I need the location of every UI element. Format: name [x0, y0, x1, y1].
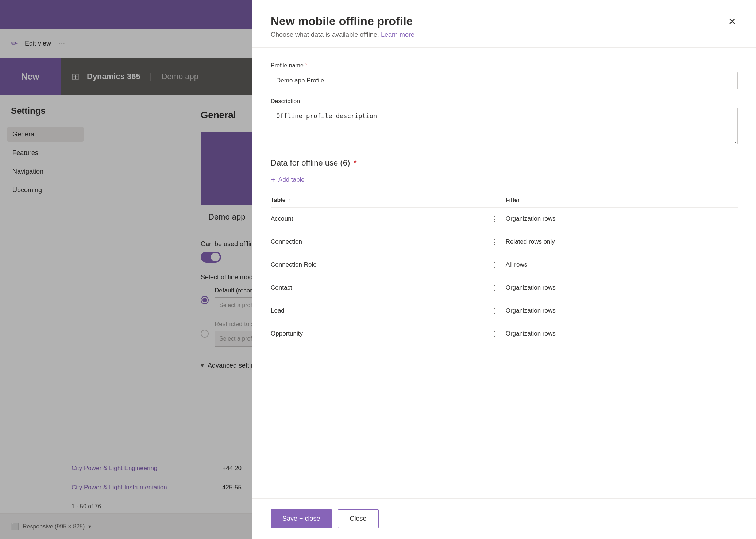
table-cell-filter: Organization rows — [506, 276, 738, 299]
row-more-button[interactable]: ⋮ — [486, 261, 503, 268]
table-cell-filter: Related rows only — [506, 230, 738, 253]
table-cell-name: Connection Role — [271, 253, 484, 276]
table-cell-name: Opportunity — [271, 322, 484, 345]
row-more-button[interactable]: ⋮ — [486, 330, 503, 337]
modal-header: New mobile offline profile Choose what d… — [252, 0, 756, 48]
modal-panel: New mobile offline profile Choose what d… — [252, 0, 756, 539]
table-cell-name: Connection — [271, 230, 484, 253]
description-label: Description — [271, 98, 738, 105]
profile-name-input[interactable] — [271, 72, 738, 89]
profile-name-required: * — [305, 62, 307, 69]
row-more-button[interactable]: ⋮ — [486, 238, 503, 245]
data-section-required: * — [354, 158, 357, 168]
modal-subtitle-text: Choose what data is available offline. — [271, 31, 379, 38]
table-cell-filter: Organization rows — [506, 208, 738, 230]
table-cell-filter: All rows — [506, 253, 738, 276]
table-cell-name: Account — [271, 208, 484, 230]
profile-name-label: Profile name * — [271, 62, 738, 69]
table-row: Lead ⋮ Organization rows — [271, 299, 738, 322]
table-cell-name: Contact — [271, 276, 484, 299]
table-header-filter: Filter — [506, 193, 738, 208]
save-close-button[interactable]: Save + close — [271, 509, 332, 528]
table-cell-name: Lead — [271, 299, 484, 322]
data-section-label: Data for offline use (6) — [271, 158, 350, 168]
modal-body: Profile name * Description Offline profi… — [252, 48, 756, 498]
modal-footer: Save + close Close — [252, 498, 756, 539]
table-row: Connection Role ⋮ All rows — [271, 253, 738, 276]
table-header-table[interactable]: Table ↑ — [271, 193, 484, 208]
modal-title: New mobile offline profile — [271, 15, 414, 28]
row-more-button[interactable]: ⋮ — [486, 284, 503, 291]
table-row: Opportunity ⋮ Organization rows — [271, 322, 738, 345]
data-table: Table ↑ Filter Account ⋮ Organization ro… — [271, 193, 738, 345]
add-table-label: Add table — [278, 176, 305, 183]
modal-close-button[interactable]: ✕ — [727, 15, 738, 29]
modal-subtitle: Choose what data is available offline. L… — [271, 31, 414, 39]
table-row: Account ⋮ Organization rows — [271, 208, 738, 230]
row-more-button[interactable]: ⋮ — [486, 215, 503, 222]
close-button[interactable]: Close — [338, 509, 379, 528]
description-textarea[interactable]: Offline profile description — [271, 108, 738, 144]
learn-more-link[interactable]: Learn more — [381, 31, 414, 38]
table-cell-filter: Organization rows — [506, 322, 738, 345]
table-cell-filter: Organization rows — [506, 299, 738, 322]
data-section-title: Data for offline use (6) * — [271, 158, 738, 168]
add-table-button[interactable]: + Add table — [271, 175, 305, 185]
sort-icon: ↑ — [289, 198, 291, 203]
row-more-button[interactable]: ⋮ — [486, 307, 503, 314]
plus-icon: + — [271, 175, 275, 185]
table-row: Contact ⋮ Organization rows — [271, 276, 738, 299]
modal-header-content: New mobile offline profile Choose what d… — [271, 15, 414, 39]
table-row: Connection ⋮ Related rows only — [271, 230, 738, 253]
